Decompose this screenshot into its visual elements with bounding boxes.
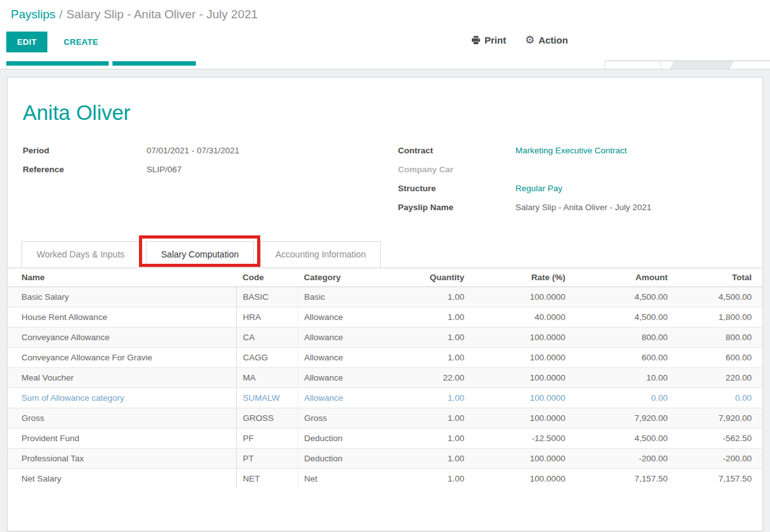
cell-quantity: 1.00 <box>392 449 471 469</box>
print-button[interactable]: Print <box>471 35 506 45</box>
tab-worked-days-inputs[interactable]: Worked Days & Inputs <box>21 241 140 268</box>
table-row-net-salary[interactable]: Net Salary NET Net 1.00 100.0000 7,157.5… <box>8 469 762 489</box>
cell-rate: 100.0000 <box>471 449 572 469</box>
cell-code: PT <box>236 449 298 469</box>
payslip-name-label: Payslip Name <box>398 201 515 213</box>
cell-name: Professional Tax <box>8 449 236 469</box>
table-row-provident-fund[interactable]: Provident Fund PF Deduction 1.00 -12.500… <box>8 429 762 449</box>
column-header-amount[interactable]: Amount <box>572 268 674 287</box>
column-header-total[interactable]: Total <box>674 268 762 287</box>
cell-amount: 7,157.50 <box>572 469 674 489</box>
cell-category: Net <box>298 469 392 489</box>
page-background: Anita Oliver Period 07/01/2021 - 07/31/2… <box>0 69 770 531</box>
breadcrumb: Payslips/Salary Slip - Anita Oliver - Ju… <box>0 0 770 23</box>
structure-label: Structure <box>398 182 515 194</box>
progress-bar-right <box>112 61 196 66</box>
gear-icon: ⚙ <box>525 35 534 45</box>
create-button[interactable]: CREATE <box>54 32 109 52</box>
cell-rate: 100.0000 <box>471 469 572 489</box>
cell-category: Allowance <box>298 348 392 368</box>
breadcrumb-separator: / <box>56 8 66 21</box>
cell-quantity: 1.00 <box>392 429 471 449</box>
cell-amount: -200.00 <box>572 449 674 469</box>
table-row-gross[interactable]: Gross GROSS Gross 1.00 100.0000 7,920.00… <box>8 408 762 429</box>
cell-code: NET <box>236 469 298 489</box>
table-row-conveyance-allowance[interactable]: Conveyance Allowance CA Allowance 1.00 1… <box>8 328 762 348</box>
column-header-rate[interactable]: Rate (%) <box>471 268 572 287</box>
column-header-category[interactable]: Category <box>298 268 392 287</box>
action-button[interactable]: ⚙ Action <box>525 35 568 45</box>
tab-salary-computation-label: Salary Computation <box>161 249 239 259</box>
column-header-code[interactable]: Code <box>236 268 298 287</box>
breadcrumb-payslips[interactable]: Payslips <box>11 8 56 21</box>
print-label: Print <box>484 35 506 45</box>
statusbar-divider <box>661 61 661 69</box>
contract-link[interactable]: Marketing Executive Contract <box>515 145 627 157</box>
print-action-group: Print ⚙ Action <box>471 35 568 45</box>
action-label: Action <box>538 35 568 45</box>
cell-quantity: 1.00 <box>392 388 471 408</box>
field-payslip-name: Payslip Name Salary Slip - Anita Oliver … <box>398 201 750 213</box>
cell-name: Meal Voucher <box>8 368 236 388</box>
table-header-row: Name Code Category Quantity Rate (%) Amo… <box>8 268 762 287</box>
column-header-quantity[interactable]: Quantity <box>392 268 471 287</box>
progress-bar-left <box>6 61 109 66</box>
cell-amount: 4,500.00 <box>572 287 674 307</box>
cell-category: Deduction <box>298 429 392 449</box>
statusbar-stage-arrow <box>670 61 733 69</box>
cell-total: 1,800.00 <box>674 307 762 328</box>
cell-quantity: 1.00 <box>392 348 471 368</box>
tab-salary-computation[interactable]: Salary Computation <box>146 241 254 268</box>
tab-accounting-information[interactable]: Accounting Information <box>260 241 381 268</box>
cell-code: PF <box>236 429 298 449</box>
cell-code: CA <box>236 328 298 348</box>
cell-amount: 4,500.00 <box>572 429 674 449</box>
structure-link[interactable]: Regular Pay <box>515 182 562 194</box>
reference-label: Reference <box>23 163 147 175</box>
cell-quantity: 1.00 <box>392 408 471 429</box>
period-value: 07/01/2021 - 07/31/2021 <box>147 145 239 157</box>
cell-category: Allowance <box>298 328 392 348</box>
status-strip <box>0 61 770 69</box>
printer-icon <box>471 35 481 45</box>
table-row-meal-voucher[interactable]: Meal Voucher MA Allowance 22.00 100.0000… <box>8 368 762 388</box>
payslip-form-sheet: Anita Oliver Period 07/01/2021 - 07/31/2… <box>7 77 763 531</box>
button-row: EDIT CREATE Print ⚙ Action <box>0 23 770 61</box>
table-row-house-rent-allowance[interactable]: House Rent Allowance HRA Allowance 1.00 … <box>8 307 762 328</box>
tab-bar: Worked Days & Inputs Salary Computation … <box>8 241 762 268</box>
cell-code: CAGG <box>236 348 298 368</box>
cell-quantity: 1.00 <box>392 328 471 348</box>
table-row-basic-salary[interactable]: Basic Salary BASIC Basic 1.00 100.0000 4… <box>8 287 762 307</box>
cell-rate: 40.0000 <box>471 307 572 328</box>
edit-button[interactable]: EDIT <box>6 32 47 52</box>
cell-rate: 100.0000 <box>471 368 572 388</box>
cell-code: HRA <box>236 307 298 328</box>
cell-category: Basic <box>298 287 392 307</box>
cell-code: BASIC <box>236 287 298 307</box>
cell-rate: 100.0000 <box>471 408 572 429</box>
breadcrumb-current: Salary Slip - Anita Oliver - July 2021 <box>66 8 258 21</box>
table-row-professional-tax[interactable]: Professional Tax PT Deduction 1.00 100.0… <box>8 449 762 469</box>
contract-label: Contract <box>398 145 515 157</box>
cell-name: Basic Salary <box>8 287 236 307</box>
cell-name: Conveyance Allowance For Gravie <box>8 348 236 368</box>
cell-amount: 7,920.00 <box>572 408 674 429</box>
cell-rate: 100.0000 <box>471 388 572 408</box>
column-header-name[interactable]: Name <box>8 268 236 287</box>
cell-total: 0.00 <box>674 388 762 408</box>
cell-total: 7,920.00 <box>674 408 762 429</box>
cell-name: Net Salary <box>8 469 236 489</box>
company-car-label: Company Car <box>398 163 515 175</box>
field-contract: Contract Marketing Executive Contract <box>398 145 750 157</box>
cell-quantity: 1.00 <box>392 287 471 307</box>
cell-name: Provident Fund <box>8 429 236 449</box>
table-row-conveyance-allowance-gravie[interactable]: Conveyance Allowance For Gravie CAGG All… <box>8 348 762 368</box>
cell-category: Allowance <box>298 307 392 328</box>
reference-value: SLIP/067 <box>147 163 182 175</box>
cell-amount: 600.00 <box>572 348 674 368</box>
cell-total: 220.00 <box>674 368 762 388</box>
table-row-sum-allowance-category[interactable]: Sum of Allowance category SUMALW Allowan… <box>8 388 762 408</box>
cell-total: -200.00 <box>674 449 762 469</box>
field-structure: Structure Regular Pay <box>398 182 750 194</box>
cell-category: Gross <box>298 408 392 429</box>
